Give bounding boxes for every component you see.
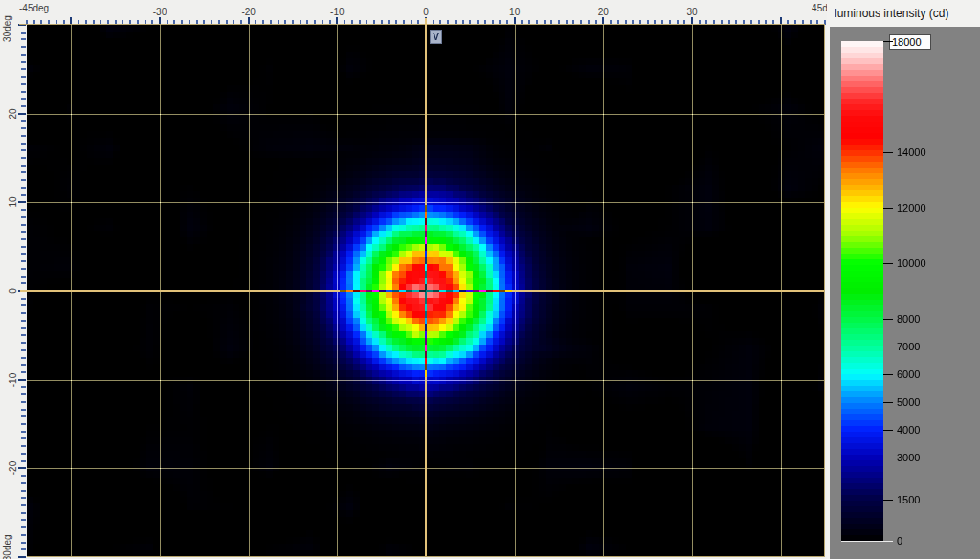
- y-axis-tick: [21, 304, 26, 306]
- x-axis-label: 0: [423, 7, 429, 17]
- y-axis-tick: [21, 209, 26, 211]
- colorbar-tick: [883, 500, 893, 501]
- y-axis-tick: [21, 38, 26, 40]
- colorbar-panel: luminous intensity (cd) 18000 1400012000…: [827, 0, 980, 559]
- x-axis-label: 30: [686, 7, 697, 17]
- x-axis-label: 10: [509, 7, 520, 17]
- y-axis-tick: [21, 504, 26, 506]
- colorbar-tick-label: 0: [897, 535, 902, 547]
- colorbar-tick-label: 12000: [897, 202, 926, 213]
- y-axis-label: 10: [8, 197, 18, 208]
- y-axis-tick: [21, 548, 26, 550]
- x-axis-label: 20: [598, 7, 609, 17]
- y-axis-tick: [21, 105, 26, 107]
- y-axis-tick: [21, 179, 26, 181]
- colorbar-area: 18000 1400012000100008000700060005000400…: [830, 27, 980, 559]
- colorbar-tick: [883, 263, 893, 264]
- colorbar-tick: [883, 430, 893, 431]
- y-axis-tick: [21, 371, 26, 373]
- y-axis-tick: [21, 54, 26, 56]
- colorbar-tick-label: 7000: [897, 341, 920, 352]
- y-axis-tick: [21, 83, 26, 85]
- y-axis-tick: [21, 320, 26, 322]
- y-axis-tick: [21, 268, 26, 270]
- y-axis-tick: [21, 98, 26, 100]
- colorbar-tick: [883, 347, 893, 347]
- y-axis-tick: [18, 556, 26, 558]
- colorbar-title: luminous intensity (cd): [835, 7, 948, 20]
- colorbar-tick: [883, 458, 893, 458]
- colorbar-tick: [883, 319, 893, 320]
- y-axis-tick: [21, 437, 26, 439]
- colorbar-tick: [883, 374, 893, 375]
- y-axis-tick: [21, 460, 26, 462]
- y-axis-tick: [21, 453, 26, 455]
- y-axis-tick: [21, 68, 26, 70]
- y-axis-tick: [21, 61, 26, 63]
- y-axis-tick: [21, 276, 26, 278]
- y-axis-tick: [21, 393, 26, 395]
- x-axis-label: -30: [153, 7, 167, 17]
- crosshair-horizontal-stub: [20, 290, 27, 292]
- colorbar-tick-label: 6000: [897, 369, 920, 380]
- y-axis-tick: [21, 238, 26, 240]
- colorbar-max-input[interactable]: 18000: [889, 34, 931, 50]
- y-axis-tick: [21, 157, 26, 159]
- colorbar-tick-label: 1500: [897, 494, 920, 505]
- y-axis-label: -20: [8, 461, 18, 475]
- y-axis-tick: [21, 475, 26, 477]
- y-axis-label: -30deg: [2, 534, 12, 559]
- y-axis-tick: [21, 423, 26, 425]
- colorbar-tick-label: 4000: [897, 424, 920, 436]
- colorbar-tick: [883, 402, 893, 403]
- y-axis-tick: [21, 253, 26, 255]
- y-axis-tick: [21, 231, 26, 233]
- colorbar-tick-label: 3000: [897, 452, 920, 463]
- y-axis-tick: [21, 512, 26, 514]
- y-axis-tick: [21, 386, 26, 388]
- y-axis-tick: [21, 349, 26, 351]
- y-axis-tick: [21, 409, 26, 411]
- y-axis-tick: [18, 201, 26, 203]
- y-axis-tick: [21, 298, 26, 300]
- y-axis-tick: [21, 260, 26, 262]
- colorbar-tick: [883, 208, 893, 209]
- y-axis-tick: [21, 490, 26, 492]
- colorbar-tick-label: 10000: [897, 257, 926, 269]
- y-axis-tick: [21, 32, 26, 34]
- colorbar-tick: [883, 41, 893, 42]
- y-axis-tick: [21, 171, 26, 173]
- y-axis-tick: [21, 364, 26, 366]
- colorbar-tick: [883, 152, 893, 153]
- x-axis-label: -45deg: [19, 3, 49, 13]
- x-axis-label: -20: [241, 7, 255, 17]
- y-axis-tick: [21, 91, 26, 93]
- y-axis-label: 30deg: [2, 15, 12, 42]
- y-axis-tick: [18, 467, 26, 469]
- y-axis-tick: [21, 282, 26, 284]
- y-axis-tick: [21, 312, 26, 314]
- crosshair-horizontal[interactable]: [27, 289, 825, 293]
- colorbar-zero-line: [841, 541, 893, 542]
- colorbar-tick-label: 5000: [897, 396, 920, 408]
- y-axis-tick: [21, 165, 26, 167]
- plot-border-top: [19, 24, 825, 25]
- y-axis-tick: [21, 327, 26, 329]
- y-axis-tick: [21, 401, 26, 403]
- y-axis-tick: [21, 431, 26, 433]
- y-axis-tick: [21, 519, 26, 521]
- y-axis-tick: [21, 482, 26, 484]
- y-axis-label: -10: [8, 372, 18, 386]
- y-axis-tick: [18, 113, 26, 115]
- y-axis-tick: [21, 76, 26, 78]
- y-axis-tick: [21, 143, 26, 145]
- y-axis-tick: [21, 149, 26, 151]
- crosshair-vertical-stub: [425, 18, 427, 25]
- y-axis-label: 0: [8, 288, 18, 294]
- colorbar-tick-label: 14000: [897, 146, 926, 158]
- cursor-marker[interactable]: V: [430, 30, 442, 44]
- y-axis-tick: [21, 415, 26, 417]
- y-axis-tick: [21, 46, 26, 48]
- y-axis-tick: [18, 379, 26, 381]
- y-axis-tick: [21, 224, 26, 226]
